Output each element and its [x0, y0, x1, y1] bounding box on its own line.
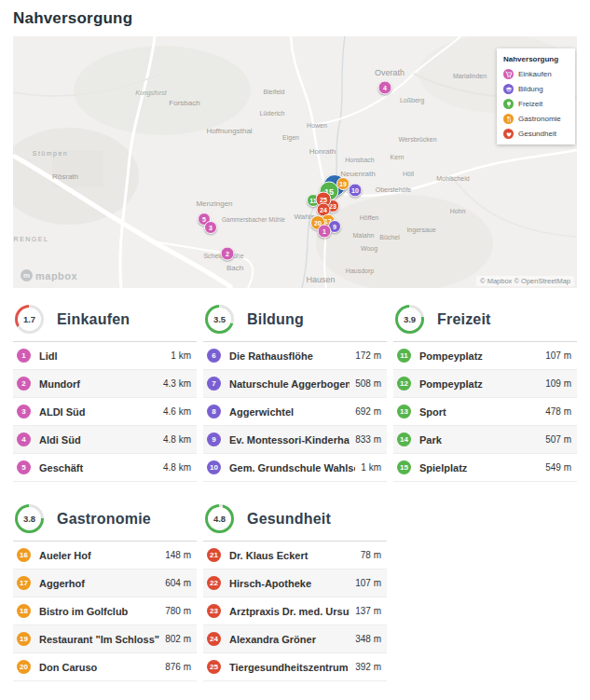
poi-row-21[interactable]: 21Dr. Klaus Eckert78 m — [203, 542, 387, 570]
category-title: Gastronomie — [57, 511, 151, 528]
rating-gauge: 3.9 — [395, 305, 424, 334]
poi-number-badge: 22 — [207, 576, 221, 590]
poi-number-badge: 1 — [17, 349, 31, 363]
poi-row-20[interactable]: 20Don Caruso876 m — [13, 653, 197, 681]
poi-distance: 78 m — [361, 550, 381, 560]
poi-distance: 549 m — [545, 462, 571, 473]
poi-row-25[interactable]: 25Tiergesundheitszentrum A…392 m — [203, 653, 387, 681]
poi-name: Alexandra Gröner — [229, 634, 350, 645]
poi-name: Sport — [419, 406, 540, 418]
category-section-einkaufen: 1.7 Einkaufen 1Lidl1 km2Mundorf4.3 km3AL… — [13, 305, 197, 482]
poi-row-7[interactable]: 7Naturschule Aggerbogen508 m — [203, 370, 387, 398]
poi-distance: 172 m — [355, 350, 381, 361]
map-marker-2[interactable]: 2 — [221, 247, 235, 261]
poi-row-13[interactable]: 13Sport478 m — [393, 398, 577, 426]
poi-name: Don Caruso — [39, 662, 159, 673]
poi-row-15[interactable]: 15Spielplatz549 m — [393, 454, 577, 482]
poi-row-11[interactable]: 11Pompeyplatz107 m — [393, 342, 577, 370]
poi-row-22[interactable]: 22Hirsch-Apotheke107 m — [203, 570, 387, 597]
poi-distance: 876 m — [165, 662, 191, 672]
category-section-freizeit: 3.9 Freizeit 11Pompeyplatz107 m12Pompeyp… — [393, 305, 577, 482]
poi-number-badge: 17 — [17, 576, 31, 590]
cart-icon — [503, 69, 514, 79]
poi-number-badge: 3 — [17, 405, 31, 419]
poi-list: 11Pompeyplatz107 m12Pompeyplatz109 m13Sp… — [393, 341, 577, 482]
heart-icon — [503, 129, 514, 139]
poi-number-badge: 13 — [397, 405, 411, 419]
rating-value: 1.7 — [18, 308, 41, 331]
poi-row-23[interactable]: 23Arztpraxis Dr. med. Ursula B…137 m — [203, 597, 387, 625]
poi-row-18[interactable]: 18Bistro im Golfclub780 m — [13, 597, 197, 625]
map-canvas[interactable]: StümpenRösrathMenzingenKongsforstForsbac… — [13, 36, 577, 288]
poi-number-badge: 7 — [207, 377, 221, 391]
poi-distance: 508 m — [355, 378, 381, 389]
poi-number-badge: 19 — [17, 632, 31, 646]
legend-item-gesundheit: Gesundheit — [503, 129, 569, 139]
poi-row-1[interactable]: 1Lidl1 km — [13, 342, 197, 370]
legend-item-label: Freizeit — [518, 100, 542, 108]
map-attribution[interactable]: © Mapbox © OpenStreetMap — [476, 276, 574, 286]
poi-row-16[interactable]: 16Aueler Hof148 m — [13, 542, 197, 570]
category-section-bildung: 3.5 Bildung 6Die Rathausflöhe172 m7Natur… — [203, 305, 387, 482]
poi-distance: 1 km — [171, 350, 191, 361]
poi-name: Aggerwichtel — [229, 406, 350, 418]
poi-number-badge: 12 — [397, 377, 411, 391]
legend-item-einkaufen: Einkaufen — [503, 69, 569, 79]
poi-row-5[interactable]: 5Geschäft4.8 km — [13, 454, 197, 482]
poi-row-3[interactable]: 3ALDI Süd4.6 km — [13, 398, 197, 426]
poi-number-badge: 23 — [207, 604, 221, 618]
poi-row-19[interactable]: 19Restaurant "Im Schloss"802 m — [13, 625, 197, 653]
poi-distance: 109 m — [545, 378, 571, 389]
rating-gauge: 3.5 — [205, 305, 234, 334]
poi-row-9[interactable]: 9Ev. Montessori-Kinderhaus833 m — [203, 426, 387, 454]
poi-row-6[interactable]: 6Die Rathausflöhe172 m — [203, 342, 387, 370]
poi-list: 16Aueler Hof148 m17Aggerhof604 m18Bistro… — [13, 541, 197, 681]
poi-number-badge: 4 — [17, 432, 31, 446]
poi-name: Hirsch-Apotheke — [229, 578, 350, 589]
poi-name: Tiergesundheitszentrum A… — [229, 662, 350, 673]
rating-gauge: 1.7 — [15, 305, 44, 334]
poi-distance: 348 m — [355, 634, 381, 644]
dining-icon — [503, 114, 514, 124]
rating-gauge: 3.8 — [15, 504, 44, 533]
sections-grid: 1.7 Einkaufen 1Lidl1 km2Mundorf4.3 km3AL… — [13, 305, 577, 681]
poi-distance: 1 km — [361, 462, 381, 473]
poi-name: Dr. Klaus Eckert — [229, 550, 355, 561]
graduation-cap-icon — [503, 84, 514, 94]
mapbox-logo-label: mapbox — [35, 270, 77, 281]
poi-number-badge: 6 — [207, 349, 221, 363]
map-marker-3[interactable]: 3 — [204, 221, 217, 234]
poi-row-10[interactable]: 10Gem. Grundschule Wahlsc…1 km — [203, 454, 387, 482]
poi-number-badge: 5 — [17, 460, 31, 474]
map-marker-4[interactable]: 4 — [378, 81, 392, 95]
poi-row-14[interactable]: 14Park507 m — [393, 426, 577, 454]
map-legend: Nahversorgung EinkaufenBildungFreizeitGa… — [497, 48, 575, 144]
poi-row-4[interactable]: 4Aldi Süd4.8 km — [13, 426, 197, 454]
map-marker-10[interactable]: 10 — [349, 184, 363, 198]
poi-name: Gem. Grundschule Wahlsc… — [229, 462, 355, 474]
poi-row-8[interactable]: 8Aggerwichtel692 m — [203, 398, 387, 426]
legend-item-gastronomie: Gastronomie — [503, 114, 569, 124]
poi-number-badge: 25 — [207, 660, 221, 674]
poi-distance: 4.8 km — [163, 462, 191, 473]
poi-name: Spielplatz — [419, 462, 540, 474]
poi-name: Arztpraxis Dr. med. Ursula B… — [229, 606, 350, 617]
poi-row-12[interactable]: 12Pompeyplatz109 m — [393, 370, 577, 398]
poi-row-17[interactable]: 17Aggerhof604 m — [13, 570, 197, 597]
mapbox-logo[interactable]: m mapbox — [21, 269, 77, 281]
poi-name: Ev. Montessori-Kinderhaus — [229, 434, 350, 446]
poi-distance: 604 m — [165, 578, 191, 588]
poi-distance: 148 m — [165, 550, 191, 560]
poi-row-24[interactable]: 24Alexandra Gröner348 m — [203, 625, 387, 653]
poi-name: Aueler Hof — [39, 550, 159, 561]
poi-distance: 392 m — [355, 662, 381, 672]
poi-number-badge: 21 — [207, 548, 221, 562]
poi-number-badge: 24 — [207, 632, 221, 646]
poi-name: Geschäft — [39, 462, 158, 474]
legend-item-bildung: Bildung — [503, 84, 569, 94]
legend-item-label: Gastronomie — [518, 115, 561, 123]
map-marker-1[interactable]: 1 — [318, 225, 332, 239]
poi-row-2[interactable]: 2Mundorf4.3 km — [13, 370, 197, 398]
poi-name: Naturschule Aggerbogen — [229, 378, 350, 390]
poi-distance: 802 m — [165, 634, 191, 644]
